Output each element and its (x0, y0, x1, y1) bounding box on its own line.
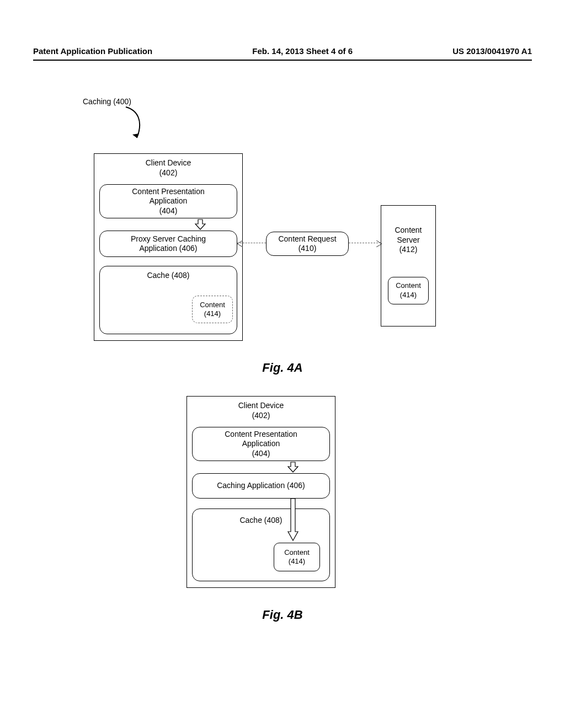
server-content-label: Content (414) (396, 281, 421, 299)
content-server-box: Content Server (412) Content (414) (381, 205, 436, 326)
title-pointer-arrow-icon (121, 105, 154, 143)
down-arrow-icon-b2 (288, 499, 298, 542)
client-device-label-b: Client Device (402) (187, 401, 335, 420)
cache-label-a: Cache (408) (100, 271, 237, 281)
caching-app-box: Caching Application (406) (192, 473, 330, 499)
header-rule (33, 60, 532, 61)
content-request-box: Content Request (410) (266, 232, 349, 256)
content-server-label: Content Server (412) (395, 226, 422, 255)
server-content-box: Content (414) (388, 277, 429, 304)
cpa-box-a: Content Presentation Application (404) (99, 184, 237, 218)
header-right: US 2013/0041970 A1 (452, 46, 532, 56)
left-tip-icon (237, 239, 243, 249)
cache-content-label-a: Content (414) (200, 301, 225, 319)
client-device-label-a: Client Device (402) (94, 158, 242, 178)
down-arrow-icon-b1 (287, 461, 299, 473)
figure-4b-caption: Fig. 4B (33, 608, 532, 622)
proxy-box: Proxy Server Caching Application (406) (99, 231, 237, 257)
cache-label-b: Cache (408) (193, 516, 329, 526)
cache-content-box-a: Content (414) (192, 296, 233, 323)
caching-app-label: Caching Application (406) (217, 481, 305, 491)
content-box-b: Content (414) (274, 543, 320, 571)
cpa-label-b: Content Presentation Application (404) (225, 430, 297, 459)
header-mid: Feb. 14, 2013 Sheet 4 of 6 (252, 46, 353, 56)
content-request-label: Content Request (410) (278, 234, 336, 254)
content-label-b: Content (414) (284, 548, 310, 566)
cpa-label-a: Content Presentation Application (404) (132, 187, 205, 216)
figure-4a-caption: Fig. 4A (33, 361, 532, 375)
proxy-label: Proxy Server Caching Application (406) (131, 234, 206, 254)
down-arrow-icon (194, 218, 206, 231)
header-left: Patent Application Publication (33, 46, 152, 56)
cpa-box-b: Content Presentation Application (404) (192, 427, 330, 461)
